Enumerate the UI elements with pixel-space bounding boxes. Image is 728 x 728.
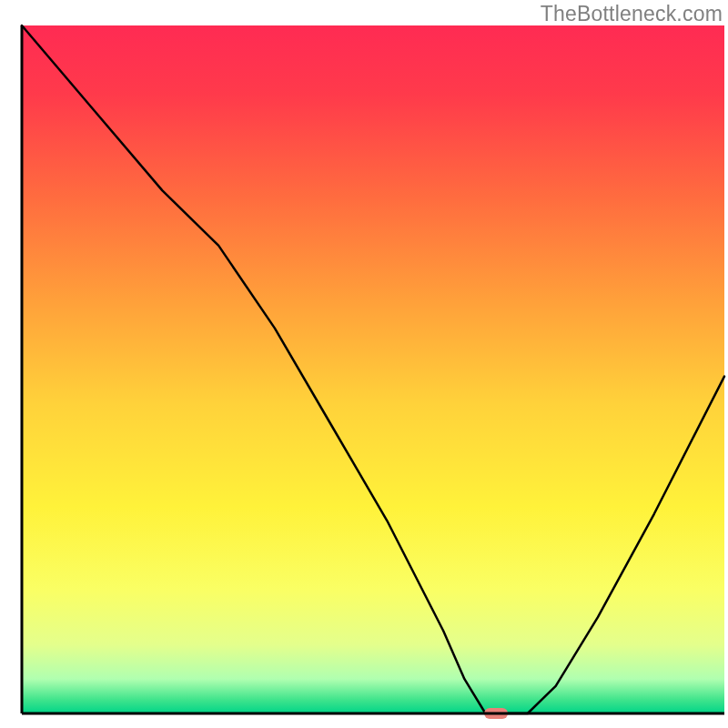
watermark-text: TheBottleneck.com bbox=[541, 2, 723, 26]
chart-container: { "watermark": "TheBottleneck.com", "cha… bbox=[0, 0, 728, 728]
plot-area bbox=[22, 25, 724, 719]
plot-background bbox=[22, 25, 724, 713]
bottleneck-chart bbox=[0, 0, 728, 728]
